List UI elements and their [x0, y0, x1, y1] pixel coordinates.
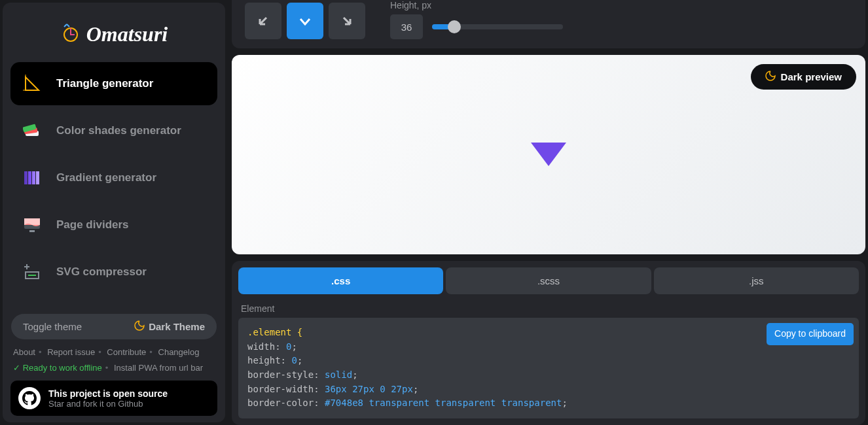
moon-icon: [765, 71, 776, 83]
nav-label: SVG compressor: [56, 265, 147, 279]
code-line: border-color:: [247, 398, 319, 408]
code-section: .css .scss .jss Element Copy to clipboar…: [232, 261, 865, 425]
triangle-preview: [531, 143, 566, 166]
sidebar-item-color-shades[interactable]: Color shades generator: [10, 109, 217, 152]
color-fan-icon: [22, 121, 42, 141]
footer-links: About• Report issue• Contribute• Changel…: [9, 345, 219, 381]
height-control: Height, px: [390, 0, 563, 39]
logo[interactable]: Omatsuri: [9, 9, 219, 60]
svg-rect-4: [24, 171, 27, 184]
gradient-bars-icon: [22, 168, 42, 188]
about-link[interactable]: About: [13, 347, 35, 357]
tab-css[interactable]: .css: [238, 267, 443, 294]
main: Height, px Dark preview .css .scss .jss …: [228, 0, 868, 425]
opensource-headline: This project is open source: [48, 388, 168, 399]
direction-buttons: [245, 3, 365, 39]
nav-label: Color shades generator: [56, 124, 181, 137]
logo-text: Omatsuri: [86, 22, 168, 46]
height-input[interactable]: [390, 14, 423, 39]
sidebar-item-page-dividers[interactable]: Page dividers: [10, 203, 217, 246]
code-tabs: .css .scss .jss: [232, 267, 865, 294]
sidebar-item-gradient-generator[interactable]: Gradient generator: [10, 156, 217, 199]
code-line: border-style:: [247, 369, 319, 380]
report-link[interactable]: Report issue: [47, 347, 95, 357]
github-callout[interactable]: This project is open source Star and for…: [10, 381, 217, 416]
nav-label: Triangle generator: [56, 77, 153, 90]
tab-jss[interactable]: .jss: [654, 267, 859, 294]
preview-panel: Dark preview: [232, 55, 865, 254]
nav-list: Triangle generator Color shades generato…: [9, 60, 219, 311]
nav-label: Gradient generator: [56, 171, 156, 184]
controls-bar: Height, px: [232, 0, 865, 48]
dark-preview-label: Dark preview: [781, 71, 842, 82]
code-output: Copy to clipboard .element { width: 0; h…: [238, 318, 859, 418]
copy-button[interactable]: Copy to clipboard: [767, 323, 854, 345]
install-pwa-link[interactable]: Install PWA from url bar: [114, 363, 203, 373]
code-line: border-width:: [247, 384, 319, 394]
code-line: width:: [247, 341, 281, 352]
sidebar-item-triangle-generator[interactable]: Triangle generator: [10, 62, 217, 105]
direction-bottom-right-button[interactable]: [329, 3, 365, 39]
moon-icon: [134, 320, 145, 333]
height-label: Height, px: [390, 0, 563, 10]
theme-name: Dark Theme: [149, 321, 205, 332]
svg-rect-5: [28, 171, 31, 184]
svg-rect-6: [32, 171, 35, 184]
toggle-theme-button[interactable]: Toggle theme Dark Theme: [11, 314, 217, 339]
height-slider[interactable]: [432, 24, 563, 29]
code-line: height:: [247, 355, 286, 366]
direction-bottom-button[interactable]: [287, 3, 323, 39]
monitor-icon: [22, 215, 42, 235]
code-section-label: Element: [232, 294, 865, 318]
opensource-sub: Star and fork it on Github: [48, 399, 168, 409]
nav-label: Page dividers: [56, 218, 129, 231]
logo-icon: [60, 23, 81, 46]
github-icon: [18, 387, 41, 409]
sidebar-item-svg-compressor[interactable]: SVG compressor: [10, 250, 217, 294]
slider-thumb[interactable]: [448, 20, 461, 33]
tab-scss[interactable]: .scss: [446, 267, 651, 294]
compress-icon: [22, 262, 42, 282]
dark-preview-button[interactable]: Dark preview: [751, 64, 856, 90]
svg-rect-7: [36, 171, 39, 184]
changelog-link[interactable]: Changelog: [158, 347, 200, 357]
offline-status: Ready to work offline: [13, 363, 102, 373]
contribute-link[interactable]: Contribute: [107, 347, 146, 357]
direction-bottom-left-button[interactable]: [245, 3, 281, 39]
sidebar: Omatsuri Triangle generator Color shades…: [3, 3, 225, 422]
code-line: .element {: [247, 327, 302, 337]
triangle-icon: [22, 74, 42, 94]
toggle-theme-label: Toggle theme: [23, 321, 82, 332]
svg-rect-10: [29, 230, 35, 232]
